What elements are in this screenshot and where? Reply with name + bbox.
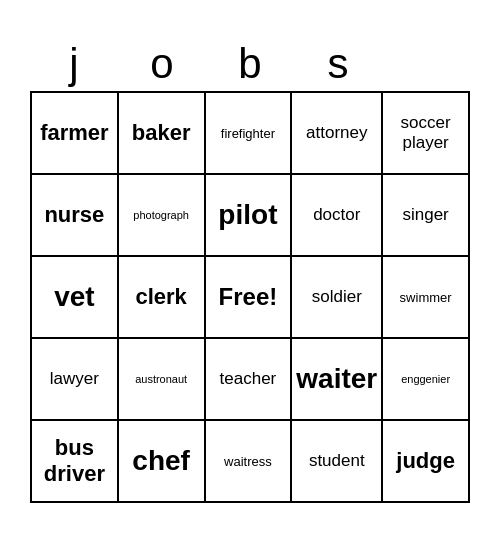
grid-cell-1: baker: [119, 93, 206, 175]
grid-cell-7: pilot: [206, 175, 293, 257]
grid-cell-5: nurse: [32, 175, 119, 257]
grid-cell-20: busdriver: [32, 421, 119, 503]
grid-cell-8: doctor: [292, 175, 383, 257]
grid-cell-24: judge: [383, 421, 470, 503]
bingo-card: j o b s farmerbakerfirefighterattorneyso…: [20, 31, 480, 513]
grid-cell-10: vet: [32, 257, 119, 339]
grid-cell-15: lawyer: [32, 339, 119, 421]
grid-cell-12: Free!: [206, 257, 293, 339]
grid-cell-21: chef: [119, 421, 206, 503]
grid-cell-9: singer: [383, 175, 470, 257]
grid-cell-0: farmer: [32, 93, 119, 175]
grid-cell-2: firefighter: [206, 93, 293, 175]
title-letter-j: j: [30, 41, 118, 87]
grid-cell-3: attorney: [292, 93, 383, 175]
title-letter-empty: [382, 41, 470, 87]
grid-cell-19: enggenier: [383, 339, 470, 421]
grid-cell-17: teacher: [206, 339, 293, 421]
title-row: j o b s: [30, 41, 470, 87]
grid-cell-13: soldier: [292, 257, 383, 339]
title-letter-o: o: [118, 41, 206, 87]
grid-cell-6: photograph: [119, 175, 206, 257]
grid-cell-18: waiter: [292, 339, 383, 421]
grid-cell-16: austronaut: [119, 339, 206, 421]
grid-cell-4: soccerplayer: [383, 93, 470, 175]
title-letter-s: s: [294, 41, 382, 87]
grid-cell-23: student: [292, 421, 383, 503]
grid-cell-11: clerk: [119, 257, 206, 339]
bingo-grid: farmerbakerfirefighterattorneysoccerplay…: [30, 91, 470, 503]
grid-cell-22: waitress: [206, 421, 293, 503]
title-letter-b: b: [206, 41, 294, 87]
grid-cell-14: swimmer: [383, 257, 470, 339]
